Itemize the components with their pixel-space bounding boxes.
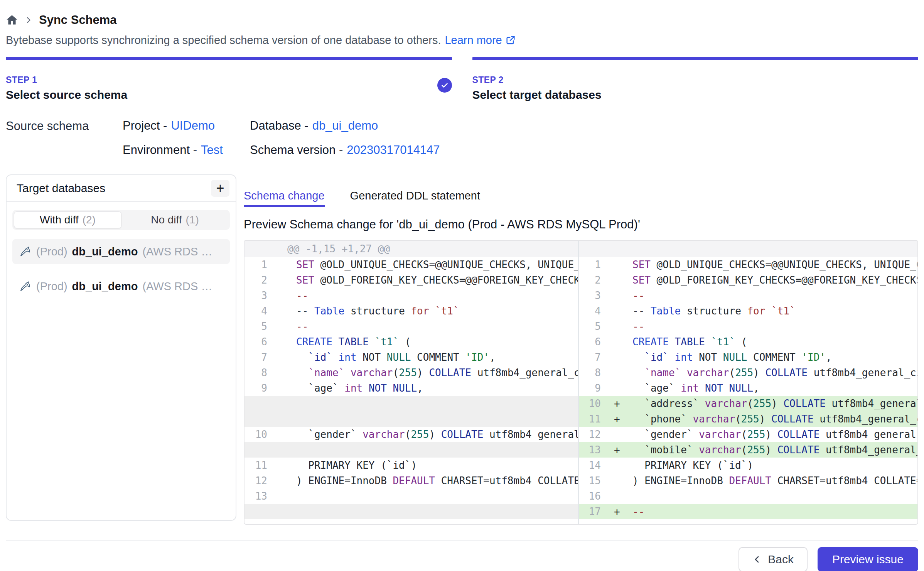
diff-placeholder-row — [244, 411, 578, 427]
page-title: Sync Schema — [39, 13, 117, 27]
line-number: 16 — [579, 488, 606, 504]
diff-code-row: 5-- — [579, 319, 917, 334]
line-number: 10 — [244, 427, 272, 442]
add-target-database-button[interactable]: + — [211, 180, 229, 197]
diff-placeholder-row — [244, 396, 578, 411]
line-number: 17 — [579, 504, 606, 519]
diff-pane-original: @@ -1,15 +1,27 @@ 1SET @OLD_UNIQUE_CHECK… — [244, 241, 578, 524]
diff-code-row: 13 — [244, 488, 578, 504]
back-button[interactable]: Back — [739, 547, 808, 571]
environment-link[interactable]: Test — [201, 143, 223, 157]
diff-code-row: 7 `id` int NOT NULL COMMENT 'ID', — [244, 350, 578, 365]
external-link-icon — [505, 35, 516, 46]
code-line: -- Table structure for `t1` — [296, 303, 578, 319]
diff-code-row: 8 `name` varchar(255) COLLATE utf8mb4_ge… — [244, 365, 578, 380]
code-line: `gender` varchar(255) COLLATE utf8mb4_ge… — [296, 427, 578, 442]
step-1-progress-bar — [6, 57, 452, 60]
code-line: -- — [632, 504, 917, 519]
database-link[interactable]: db_ui_demo — [312, 119, 378, 133]
preview-issue-button[interactable]: Preview issue — [818, 547, 918, 571]
tab-generated-ddl[interactable]: Generated DDL statement — [350, 189, 480, 207]
diff-code-row: 3-- — [579, 288, 917, 303]
tab-schema-change[interactable]: Schema change — [244, 189, 325, 207]
line-number: 13 — [244, 488, 272, 504]
diff-code-row: 11+ `phone` varchar(255) COLLATE utf8mb4… — [579, 411, 917, 427]
diff-code-row: 12 `gender` varchar(255) COLLATE utf8mb4… — [579, 427, 917, 442]
source-schema-version: Schema version - 20230317014147 — [250, 143, 440, 157]
target-database-item[interactable]: (Prod) db_ui_demo (AWS RDS MySQL Prod) — [12, 274, 230, 299]
diff-hunk-header-spacer — [579, 241, 917, 257]
diff-add-marker: + — [606, 411, 632, 427]
code-line: `mobile` varchar(255) COLLATE utf8mb4_ge… — [632, 442, 917, 458]
diff-code-row: 6CREATE TABLE `t1` ( — [579, 334, 917, 350]
code-line: SET @OLD_UNIQUE_CHECKS=@@UNIQUE_CHECKS, … — [296, 257, 578, 272]
diff-code-row: 14 PRIMARY KEY (`id`) — [579, 458, 917, 473]
diff-code-row: 7 `id` int NOT NULL COMMENT 'ID', — [579, 350, 917, 365]
page-description: Bytebase supports synchronizing a specif… — [6, 33, 918, 47]
diff-code-row: 15) ENGINE=InnoDB DEFAULT CHARSET=utf8mb… — [579, 473, 917, 488]
line-number: 9 — [579, 380, 606, 396]
schema-preview-section: Schema change Generated DDL statement Pr… — [244, 174, 918, 521]
line-number: 6 — [579, 334, 606, 350]
diff-code-row: 9 `age` int NOT NULL, — [579, 380, 917, 396]
diff-add-marker: + — [606, 504, 632, 519]
breadcrumb: Sync Schema — [6, 12, 918, 28]
code-line: PRIMARY KEY (`id`) — [296, 458, 578, 473]
line-number: 14 — [579, 458, 606, 473]
project-link[interactable]: UIDemo — [171, 119, 215, 133]
source-database: Database - db_ui_demo — [250, 119, 440, 133]
footer-actions: Back Preview issue — [6, 541, 918, 571]
line-number: 6 — [244, 334, 272, 350]
diff-code-row: 4-- Table structure for `t1` — [579, 303, 917, 319]
source-project: Project - UIDemo — [123, 119, 250, 133]
line-number: 3 — [579, 288, 606, 303]
code-line: -- — [296, 288, 578, 303]
code-line: `age` int NOT NULL, — [632, 380, 917, 396]
diff-code-row: 2SET @OLD_FOREIGN_KEY_CHECKS=@@FOREIGN_K… — [579, 272, 917, 288]
line-number: 11 — [579, 411, 606, 427]
target-databases-title: Target databases — [17, 182, 105, 195]
target-databases-panel: Target databases + With diff (2) No diff… — [6, 174, 236, 521]
line-number: 15 — [579, 473, 606, 488]
line-number: 8 — [579, 365, 606, 380]
step-2-column: STEP 2 Select target databases — [472, 57, 919, 101]
code-line: `phone` varchar(255) COLLATE utf8mb4_gen… — [632, 411, 917, 427]
code-line: CREATE TABLE `t1` ( — [632, 334, 917, 350]
code-line: SET @OLD_UNIQUE_CHECKS=@@UNIQUE_CHECKS, … — [632, 257, 917, 272]
line-number: 5 — [244, 319, 272, 334]
diff-add-marker: + — [606, 442, 632, 458]
code-line: `id` int NOT NULL COMMENT 'ID', — [296, 350, 578, 365]
diff-code-row: 5-- — [244, 319, 578, 334]
code-line: `address` varchar(255) COLLATE utf8mb4_g… — [632, 396, 917, 411]
diff-code-row: 8 `name` varchar(255) COLLATE utf8mb4_ge… — [579, 365, 917, 380]
code-line: CREATE TABLE `t1` ( — [296, 334, 578, 350]
code-line: PRIMARY KEY (`id`) — [632, 458, 917, 473]
line-number: 1 — [579, 257, 606, 272]
target-database-item[interactable]: (Prod) db_ui_demo (AWS RDS MySQL Prod) — [12, 239, 230, 264]
step-2-progress-bar — [472, 57, 919, 60]
diff-code-row: 10 `gender` varchar(255) COLLATE utf8mb4… — [244, 427, 578, 442]
schema-diff-viewer: @@ -1,15 +1,27 @@ 1SET @OLD_UNIQUE_CHECK… — [244, 240, 918, 525]
code-line: `gender` varchar(255) COLLATE utf8mb4_ge… — [632, 427, 917, 442]
diff-code-row: 4-- Table structure for `t1` — [244, 303, 578, 319]
description-text: Bytebase supports synchronizing a specif… — [6, 34, 441, 47]
diff-code-row: 17+-- — [579, 504, 917, 519]
learn-more-link[interactable]: Learn more — [445, 34, 516, 47]
tab-with-diff[interactable]: With diff (2) — [14, 211, 121, 228]
line-number: 2 — [244, 272, 272, 288]
code-line: -- Table structure for `t1` — [632, 303, 917, 319]
preview-tabs: Schema change Generated DDL statement — [244, 174, 918, 207]
step-1-completed-check-icon — [437, 78, 452, 93]
breadcrumb-chevron-icon — [24, 16, 33, 24]
schema-version-link[interactable]: 20230317014147 — [347, 143, 440, 157]
diff-code-row: 3-- — [244, 288, 578, 303]
line-number: 10 — [579, 396, 606, 411]
diff-placeholder-row — [244, 504, 578, 519]
code-line: SET @OLD_FOREIGN_KEY_CHECKS=@@FOREIGN_KE… — [296, 272, 578, 288]
diff-code-row: 11 PRIMARY KEY (`id`) — [244, 458, 578, 473]
code-line: -- — [632, 288, 917, 303]
source-environment: Environment - Test — [123, 143, 250, 157]
tab-no-diff[interactable]: No diff (1) — [121, 211, 228, 228]
code-line: `age` int NOT NULL, — [296, 380, 578, 396]
home-icon[interactable] — [6, 14, 18, 26]
